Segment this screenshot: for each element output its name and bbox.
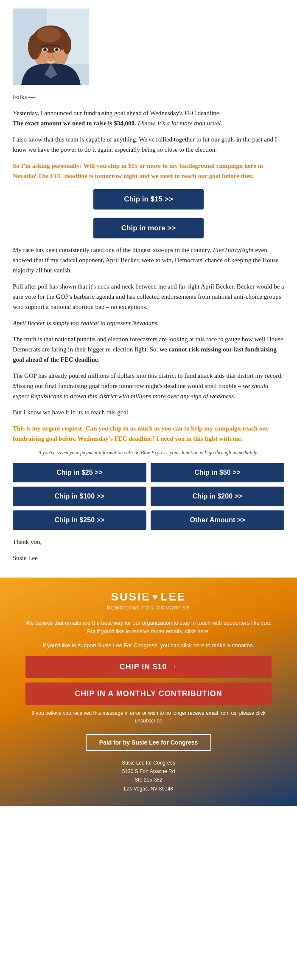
salutation: Folks — [13, 92, 284, 102]
other-amount-button[interactable]: Other Amount >> [151, 510, 284, 530]
footer-monthly-button[interactable]: CHIP IN A MONTHLY CONTRIBUTION [25, 683, 272, 705]
chip-25-button[interactable]: Chip in $25 >> [13, 463, 146, 482]
p1-normal: Yesterday, I announced our fundraising g… [13, 110, 221, 116]
address-line-1: 5130 S Fort Apache Rd [25, 767, 272, 776]
paragraph-6: April Becker is simply too radical to re… [13, 318, 284, 328]
footer-logo: SUSIE ♥ LEE [25, 590, 272, 603]
p4-italic: FiveThirtyEight [213, 246, 254, 253]
chip-15-row: Chip in $15 >> [13, 187, 284, 212]
paragraph-1: Yesterday, I announced our fundraising g… [13, 108, 284, 128]
address-line-2: Ste 215-382 [25, 776, 272, 784]
svg-point-9 [63, 35, 71, 54]
logo-heart-icon: ♥ [152, 592, 159, 603]
paragraph-2: I also know that this team is capable of… [13, 134, 284, 155]
paragraph-7: The truth is that national pundits and e… [13, 334, 284, 365]
paragraph-8: The GOP has already poured millions of d… [13, 371, 284, 401]
candidate-photo-container [13, 8, 284, 85]
paragraph-10-orange: This is my urgent request: Can you chip … [13, 423, 284, 444]
chip-more-row: Chip in more >> [13, 216, 284, 241]
p1-italic: I know, it's a lot more than usual. [138, 120, 222, 127]
svg-point-18 [56, 53, 64, 58]
p1-bold: The exact amount we need to raise is $34… [13, 120, 136, 127]
chip-250-button[interactable]: Chip in $250 >> [13, 510, 146, 530]
svg-point-10 [37, 27, 61, 42]
chip-15-button[interactable]: Chip in $15 >> [93, 189, 204, 210]
footer-text-1: We believe that emails are the best way … [25, 619, 272, 635]
actblue-note: If you've saved your payment information… [13, 450, 284, 456]
chip-50-button[interactable]: Chip in $50 >> [151, 463, 284, 482]
chip-100-button[interactable]: Chip in $100 >> [13, 487, 146, 506]
paragraph-4: My race has been consistently rated one … [13, 245, 284, 275]
p8-start: The GOP has already poured millions of d… [13, 372, 283, 389]
svg-point-16 [56, 49, 58, 51]
paragraph-9: But I know we have it in us to reach thi… [13, 407, 284, 417]
candidate-photo [13, 8, 89, 85]
paid-for-button[interactable]: Paid for by Susie Lee for Congress [86, 734, 212, 751]
paragraph-5: Poll after poll has shown that it's neck… [13, 281, 284, 312]
logo-text-1: SUSIE [111, 590, 151, 603]
svg-point-17 [38, 53, 45, 58]
donate-grid: Chip in $25 >> Chip in $50 >> Chip in $1… [13, 463, 284, 530]
footer-chip-10-button[interactable]: CHIP IN $10 → [25, 656, 272, 678]
closing-thank-you: Thank you, [13, 537, 284, 547]
footer-address: Susie Lee for Congress 5130 S Fort Apach… [25, 759, 272, 793]
chip-200-button[interactable]: Chip in $200 >> [151, 487, 284, 506]
unsubscribe-text: If you believe you received this message… [25, 709, 272, 725]
footer-tagline: DEMOCRAT FOR CONGRESS [25, 605, 272, 610]
closing-name: Susie Lee [13, 553, 284, 563]
address-line-3: Las Vegas, NV 89148 [25, 785, 272, 793]
svg-point-13 [44, 49, 46, 51]
org-name: Susie Lee for Congress [25, 759, 272, 767]
chip-more-button[interactable]: Chip in more >> [93, 218, 204, 238]
paragraph-3-orange: So I'm asking personally: Will you chip … [13, 161, 284, 181]
footer-text-2: If you'd like to support Susie Lee For C… [25, 641, 272, 650]
paid-for-container: Paid for by Susie Lee for Congress [25, 731, 272, 754]
footer: SUSIE ♥ LEE DEMOCRAT FOR CONGRESS We bel… [0, 578, 297, 806]
p4-normal: My race has been consistently rated one … [13, 246, 211, 253]
logo-text-2: LEE [161, 590, 186, 603]
